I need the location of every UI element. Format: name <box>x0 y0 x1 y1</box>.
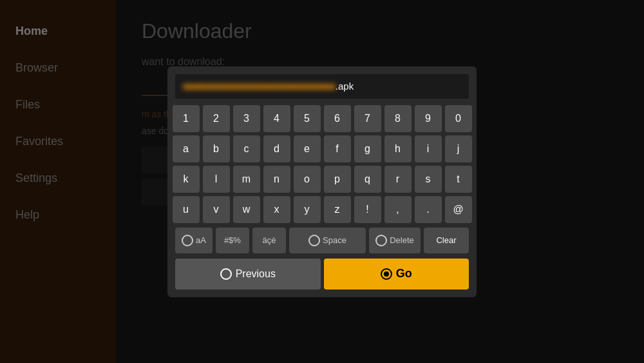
key-aa[interactable]: aA <box>175 228 213 253</box>
keyboard-modal: ■■■■■■■■■■■■■■■■■■■■■■■■■■■■ .apk 1 2 3 … <box>167 66 477 297</box>
key-w[interactable]: w <box>233 196 260 223</box>
key-accent[interactable]: äçé <box>252 228 286 253</box>
key-i[interactable]: i <box>415 135 442 162</box>
key-p[interactable]: p <box>324 166 351 193</box>
key-at[interactable]: @ <box>445 196 472 223</box>
go-icon <box>381 268 392 280</box>
key-r[interactable]: r <box>384 166 412 193</box>
key-h[interactable]: h <box>384 135 412 162</box>
space-icon <box>308 235 320 246</box>
key-l[interactable]: l <box>203 166 230 193</box>
space-label: Space <box>323 235 346 245</box>
aa-icon <box>182 235 193 246</box>
key-t[interactable]: t <box>445 166 472 193</box>
previous-button[interactable]: Previous <box>175 259 321 289</box>
key-8[interactable]: 8 <box>384 105 412 132</box>
go-label: Go <box>396 267 412 280</box>
key-x[interactable]: x <box>263 196 290 223</box>
key-5[interactable]: 5 <box>294 105 321 132</box>
delete-label: Delete <box>390 235 414 245</box>
keyboard-row-u-at: u v w x y z ! , . @ <box>175 196 469 223</box>
clear-label: Clear <box>436 235 456 245</box>
key-f[interactable]: f <box>324 135 351 162</box>
key-o[interactable]: o <box>294 166 321 193</box>
keyboard-bottom-row: Previous Go <box>175 259 469 289</box>
keyboard-row-a-j: a b c d e f g h i j <box>175 135 469 162</box>
delete-icon <box>375 235 387 246</box>
key-s[interactable]: s <box>415 166 442 193</box>
keyboard-special-row: aA #$% äçé Space Delete Clear <box>175 228 469 253</box>
key-b[interactable]: b <box>203 135 230 162</box>
keyboard-input-suffix: .apk <box>336 81 354 92</box>
key-y[interactable]: y <box>294 196 321 223</box>
key-z[interactable]: z <box>324 196 351 223</box>
key-hashbang[interactable]: #$% <box>216 228 249 253</box>
key-6[interactable]: 6 <box>324 105 351 132</box>
key-g[interactable]: g <box>354 135 381 162</box>
key-2[interactable]: 2 <box>203 105 230 132</box>
previous-label: Previous <box>236 268 276 280</box>
go-button[interactable]: Go <box>324 259 469 289</box>
key-c[interactable]: c <box>233 135 260 162</box>
keyboard-rows: 1 2 3 4 5 6 7 8 9 0 a b c d e f g h <box>175 105 469 253</box>
keyboard-input-text: ■■■■■■■■■■■■■■■■■■■■■■■■■■■■ <box>183 81 336 92</box>
hashbang-label: #$% <box>224 235 241 245</box>
key-e[interactable]: e <box>294 135 321 162</box>
key-u[interactable]: u <box>173 196 200 223</box>
key-clear[interactable]: Clear <box>424 228 469 253</box>
previous-icon <box>220 268 232 280</box>
key-3[interactable]: 3 <box>233 105 260 132</box>
modal-overlay: ■■■■■■■■■■■■■■■■■■■■■■■■■■■■ .apk 1 2 3 … <box>0 0 644 363</box>
key-period[interactable]: . <box>415 196 442 223</box>
key-m[interactable]: m <box>233 166 260 193</box>
key-d[interactable]: d <box>263 135 290 162</box>
key-j[interactable]: j <box>445 135 472 162</box>
key-exclaim[interactable]: ! <box>354 196 381 223</box>
key-delete[interactable]: Delete <box>369 228 421 253</box>
key-7[interactable]: 7 <box>354 105 381 132</box>
key-4[interactable]: 4 <box>263 105 290 132</box>
key-0[interactable]: 0 <box>445 105 472 132</box>
keyboard-row-k-t: k l m n o p q r s t <box>175 166 469 193</box>
key-space[interactable]: Space <box>289 228 366 253</box>
keyboard-row-numbers: 1 2 3 4 5 6 7 8 9 0 <box>175 105 469 132</box>
key-a[interactable]: a <box>173 135 200 162</box>
key-1[interactable]: 1 <box>173 105 200 132</box>
key-v[interactable]: v <box>203 196 230 223</box>
key-q[interactable]: q <box>354 166 381 193</box>
key-k[interactable]: k <box>173 166 200 193</box>
aa-label: aA <box>196 235 206 245</box>
key-9[interactable]: 9 <box>415 105 442 132</box>
key-n[interactable]: n <box>263 166 290 193</box>
accent-label: äçé <box>262 235 276 245</box>
keyboard-input-display[interactable]: ■■■■■■■■■■■■■■■■■■■■■■■■■■■■ .apk <box>175 74 469 99</box>
key-comma[interactable]: , <box>384 196 412 223</box>
